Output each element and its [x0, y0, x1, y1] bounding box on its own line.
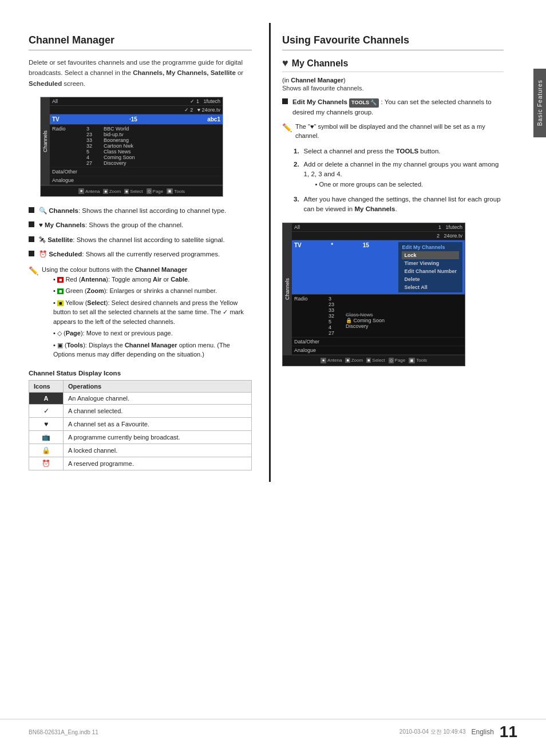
sub-page: ◇ (Page): Move to next or previous page. — [53, 328, 252, 338]
bullet-text-2: ♥ My Channels: Shows the group of the ch… — [39, 220, 252, 230]
ui2-ch1: 1 1futech — [438, 224, 462, 230]
zoom-label: Zoom — [109, 189, 121, 194]
antenna-icon-item: ★ Antena — [78, 188, 100, 194]
ui2-antenna: ★ Antena — [321, 358, 342, 363]
ui2-ch2: 2 24ore.tv — [437, 233, 462, 239]
bullet-mychannels: ♥ My Channels: Shows the group of the ch… — [29, 220, 252, 230]
num-col: 32333325427 — [86, 126, 104, 166]
class-news: Class News — [346, 312, 373, 318]
step-1-text: Select a channel and press the TOOLS but… — [304, 147, 441, 156]
table-row: ✓ A channel selected. — [29, 404, 252, 417]
footer: BN68-02631A_Eng.indb 11 2010-03-04 오전 10… — [0, 719, 546, 745]
channels-side-label: Channels — [41, 97, 50, 185]
icon-heart: ♥ — [29, 417, 64, 430]
op-locked: A locked channel. — [64, 444, 252, 457]
highlight-channel: abc1 — [207, 116, 220, 122]
tools-icon-item: ▣ Tools — [167, 188, 185, 194]
note-section: ✏️ Using the colour buttons with the Cha… — [29, 265, 252, 362]
ui2-page-label: Page — [395, 358, 406, 363]
ui2-data1: Radio 32333325427 Class News 🔒 Coming So… — [292, 295, 465, 338]
op-selected: A channel selected. — [64, 404, 252, 417]
ui2-main: All 1 1futech 2 24ore.tv TV * 15 — [292, 223, 465, 355]
ui2-select-box: ■ — [366, 358, 371, 363]
ui-header-row: Channels All ✓ 1 1futech ✓ 2 ♥ 24ore.tv … — [41, 97, 223, 185]
my-channels-title: My Channels — [292, 58, 349, 69]
ui2-all: All — [294, 224, 300, 230]
right-subsection-title: ♥ My Channels — [282, 57, 504, 72]
select-box: ■ — [124, 189, 129, 194]
ui2-zoom: ■ Zoom — [345, 358, 363, 363]
ui-data-row-3: Analogue — [50, 176, 223, 185]
page-box: ◇ — [147, 188, 152, 194]
channel-manager-ui: Channels All ✓ 1 1futech ✓ 2 ♥ 24ore.tv … — [40, 97, 223, 197]
tv-label: TV — [52, 116, 60, 122]
table-row: ⏰ A reserved programme. — [29, 457, 252, 470]
edit-my-channels-text: Edit My Channels TOOLS 🔧 : You can set t… — [292, 97, 504, 117]
menu-edit-num: Edit Channel Number — [402, 267, 459, 275]
tools-label: Tools — [174, 189, 185, 194]
ui-main-area: All ✓ 1 1futech ✓ 2 ♥ 24ore.tv TV ·15 ab… — [50, 97, 223, 185]
left-section-title: Channel Manager — [29, 34, 252, 50]
step-num-1: 1. — [294, 147, 299, 156]
icon-check: ✓ — [29, 404, 64, 417]
icon-lock: 🔒 — [29, 444, 64, 457]
ui2-tools: ▣ Tools — [409, 358, 427, 363]
op-reserved: A reserved programme. — [64, 457, 252, 470]
red-box: ■ — [57, 277, 64, 283]
main-content: Channel Manager Delete or set favourites… — [0, 23, 546, 482]
ui2-data3: Analogue — [292, 346, 465, 355]
shows-all-text: Shows all favourite channels. — [282, 85, 504, 92]
op-broadcast: A programme currently being broadcast. — [64, 430, 252, 444]
antenna-label: Antena — [85, 189, 100, 194]
bullet-channels: 🔍 Channels: Shows the channel list accor… — [29, 206, 252, 216]
zoom-box: ■ — [103, 189, 108, 194]
note-pen-icon: ✏️ — [29, 265, 38, 277]
ui-icons-row: ★ Antena ■ Zoom ■ Select ◇ Page — [41, 185, 223, 196]
table-row: 📺 A programme currently being broadcast. — [29, 430, 252, 444]
ui2-analogue: Analogue — [294, 347, 329, 353]
icon-a: A — [29, 392, 64, 404]
bullet-text-3: 🛰 Satellite: Shows the channel list acco… — [39, 235, 252, 245]
ui2-nums: 32333325427 — [329, 296, 346, 336]
heart-note: ✏️ The "♥" symbol will be displayed and … — [282, 122, 504, 141]
satellite-icon: 🛰 — [39, 236, 48, 243]
ui2-dataother: Data/Other — [294, 339, 329, 345]
ui2-side-label: Channels — [283, 223, 292, 355]
ui2-radio: Radio — [294, 296, 329, 336]
status-table: Icons Operations A An Analogue channel. … — [29, 380, 252, 470]
ui2-wrapper: Channels All 1 1futech 2 24ore.tv TV — [283, 223, 465, 355]
op-favourite: A channel set as a Favourite. — [64, 417, 252, 430]
step-3: 3. After you have changed the settings, … — [294, 195, 504, 215]
side-tab-text: Basic Features — [537, 80, 543, 126]
ui2-menu: Edit My Channels Lock Timer Viewing Edit… — [398, 242, 462, 292]
menu-delete: Delete — [402, 275, 459, 283]
step-1: 1. Select a channel and press the TOOLS … — [294, 147, 504, 156]
ui2-antenna-box: ★ — [321, 358, 326, 363]
bullet-square-2 — [29, 221, 34, 227]
page-number: 11 — [500, 724, 517, 740]
col-operations: Operations — [64, 380, 252, 392]
ui2-channels-right: Class News 🔒 Coming SoonDiscovery — [346, 296, 462, 336]
footer-date: 2010-03-04 오전 10:49:43 — [399, 728, 466, 736]
ui2-select-label: Select — [372, 358, 385, 363]
bullet-square-3 — [29, 236, 34, 242]
sub-red: ■ Red (Antenna): Toggle among Air or Cab… — [53, 275, 252, 284]
heart-note-text: The "♥" symbol will be displayed and the… — [295, 122, 504, 141]
ui-top-checks2: ✓ 2 ♥ 24ore.tv — [50, 106, 223, 114]
green-box: ■ — [57, 288, 64, 294]
edit-my-channels-bullet: Edit My Channels TOOLS 🔧 : You can set t… — [282, 97, 504, 117]
step-num-3: 3. — [294, 195, 299, 215]
tools-box: ▣ — [167, 188, 173, 194]
bullet-square-edit — [282, 98, 288, 104]
op-analogue: An Analogue channel. — [64, 392, 252, 404]
ui2-page: ◇ Page — [389, 358, 406, 363]
sub-tools: ▣ (Tools): Displays the Channel Manager … — [53, 341, 252, 359]
ui-data-row-2: Data/Other — [50, 168, 223, 176]
table-row: 🔒 A locked channel. — [29, 444, 252, 457]
analogue-label: Analogue — [52, 177, 86, 183]
ui2-num15: 15 — [363, 242, 369, 292]
in-manager-text: (in Channel Manager) — [282, 77, 504, 84]
footer-right: 2010-03-04 오전 10:49:43 English 11 — [399, 724, 517, 740]
scheduled-icon: ⏰ — [39, 251, 49, 258]
icon-reserved: ⏰ — [29, 457, 64, 470]
